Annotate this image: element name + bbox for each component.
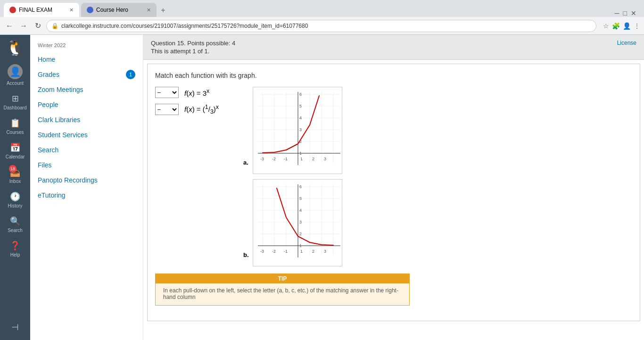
function-list: – a b f(x) = 3x – a b (155, 87, 219, 121)
svg-text:-3: -3 (260, 249, 264, 254)
term-label: Winter 2022 (30, 41, 143, 52)
calendar-icon: 📅 (10, 142, 20, 153)
forward-button[interactable]: → (18, 20, 29, 32)
svg-text:3: 3 (299, 127, 302, 132)
back-button[interactable]: ← (4, 20, 15, 32)
svg-text:1: 1 (300, 157, 303, 161)
canvas-logo: 🐧 (6, 39, 25, 57)
svg-text:3: 3 (299, 220, 302, 224)
nav-panopto[interactable]: Panopto Recordings (30, 173, 143, 188)
svg-text:1: 1 (299, 243, 302, 248)
svg-text:1: 1 (299, 151, 302, 156)
dashboard-label: Dashboard (4, 105, 27, 110)
grades-badge: 1 (126, 70, 135, 79)
match-area: – a b f(x) = 3x – a b (155, 87, 632, 268)
inbox-badge: 18 (9, 165, 17, 173)
svg-text:-2: -2 (272, 157, 276, 161)
svg-text:2: 2 (312, 249, 314, 254)
tab-icon-course-hero (87, 7, 93, 13)
graph-a-label: a. (243, 159, 248, 166)
tab-close-final-exam[interactable]: ✕ (69, 7, 74, 13)
browser-chrome: FINAL EXAM ✕ Course Hero ✕ + ─ □ ✕ ← → ↻… (0, 0, 644, 35)
svg-text:4: 4 (299, 208, 302, 213)
calendar-label: Calendar (6, 154, 25, 159)
nav-files[interactable]: Files (30, 158, 143, 173)
nav-home[interactable]: Home (30, 52, 143, 67)
avatar: 👤 (8, 64, 23, 79)
browser-minimize[interactable]: ─ (615, 9, 619, 17)
browser-maximize[interactable]: □ (623, 9, 627, 17)
course-nav-sidebar: Winter 2022 Home Grades 1 Zoom Meetings … (30, 35, 143, 340)
sidebar-item-help[interactable]: ❓ Help (0, 237, 30, 261)
nav-etutoring[interactable]: eTutoring (30, 188, 143, 203)
sidebar-item-history[interactable]: 🕐 History (0, 188, 30, 212)
question-body: Match each function with its graph. – a … (147, 64, 640, 321)
bookmark-icon[interactable]: ☆ (603, 22, 609, 30)
question-title: Question 15. Points possible: 4 (151, 40, 235, 47)
url-text: clarkcollege.instructure.com/courses/219… (61, 23, 308, 29)
tip-header: TIP (156, 274, 409, 283)
reload-button[interactable]: ↻ (32, 20, 43, 32)
tab-add-button[interactable]: + (157, 4, 170, 17)
nav-grades[interactable]: Grades 1 (30, 67, 143, 82)
nav-clark-libraries[interactable]: Clark Libraries (30, 112, 143, 127)
address-bar[interactable]: 🔒 clarkcollege.instructure.com/courses/2… (46, 20, 596, 32)
content-area: Question 15. Points possible: 4 This is … (143, 35, 644, 340)
sidebar-item-search[interactable]: 🔍 Search (0, 212, 30, 237)
tab-final-exam[interactable]: FINAL EXAM ✕ (4, 3, 79, 17)
match-prompt: Match each function with its graph. (155, 72, 632, 79)
search-icon: 🔍 (10, 216, 20, 226)
svg-text:-2: -2 (272, 249, 276, 254)
lock-icon: 🔒 (51, 23, 58, 29)
dropdown-f1[interactable]: – a b (155, 87, 179, 98)
profile-icon[interactable]: 👤 (623, 22, 631, 30)
nav-zoom[interactable]: Zoom Meetings (30, 82, 143, 97)
penguin-icon: 🐧 (6, 39, 25, 56)
sidebar-item-account[interactable]: 👤 Account (0, 60, 30, 90)
sidebar-collapse-button[interactable]: ⊣ (0, 318, 30, 336)
sidebar-item-courses[interactable]: 📋 Courses (0, 114, 30, 139)
svg-text:-3: -3 (260, 157, 264, 161)
tip-text: In each pull-down on the left, select th… (163, 287, 402, 300)
sidebar-item-inbox[interactable]: 📥 18 Inbox (0, 163, 30, 188)
collapse-icon: ⊣ (11, 322, 19, 332)
question-header: Question 15. Points possible: 4 This is … (143, 35, 644, 60)
browser-close[interactable]: ✕ (631, 9, 636, 17)
menu-icon[interactable]: ⋮ (634, 22, 640, 30)
graph-b-label: b. (243, 251, 249, 258)
svg-text:6: 6 (299, 184, 302, 189)
inbox-label: Inbox (9, 179, 21, 184)
tab-label-final-exam: FINAL EXAM (19, 7, 52, 13)
svg-text:5: 5 (299, 196, 302, 201)
license-link[interactable]: License (617, 40, 636, 46)
svg-text:-1: -1 (284, 249, 288, 254)
match-row-1: – a b f(x) = 3x (155, 87, 219, 98)
graph-a: -3 -2 -1 1 2 3 1 2 3 4 5 6 (253, 87, 342, 174)
question-header-left: Question 15. Points possible: 4 This is … (151, 40, 235, 55)
help-label: Help (10, 252, 20, 257)
tip-box: TIP In each pull-down on the left, selec… (155, 274, 410, 306)
graphs-column: a. (253, 87, 342, 268)
grades-label: Grades (38, 71, 59, 78)
nav-student-services[interactable]: Student Services (30, 127, 143, 142)
dashboard-icon: ⊞ (12, 93, 19, 104)
nav-search[interactable]: Search (30, 142, 143, 158)
tab-close-course-hero[interactable]: ✕ (147, 7, 151, 13)
sidebar-item-calendar[interactable]: 📅 Calendar (0, 139, 30, 163)
svg-text:4: 4 (299, 116, 302, 120)
history-label: History (8, 203, 22, 208)
courses-icon: 📋 (10, 118, 20, 128)
dropdown-f2[interactable]: – a b (155, 104, 179, 115)
sidebar-item-dashboard[interactable]: ⊞ Dashboard (0, 90, 30, 114)
address-bar-row: ← → ↻ 🔒 clarkcollege.instructure.com/cou… (0, 17, 644, 35)
extension-icon[interactable]: 🧩 (612, 22, 620, 30)
svg-text:2: 2 (299, 232, 302, 236)
svg-text:-1: -1 (284, 157, 288, 161)
account-label: Account (7, 81, 24, 86)
function-1-formula: f(x) = 3x (184, 88, 209, 97)
nav-people[interactable]: People (30, 97, 143, 112)
tab-course-hero[interactable]: Course Hero ✕ (81, 3, 157, 17)
svg-text:5: 5 (299, 104, 302, 108)
help-icon: ❓ (10, 240, 20, 251)
tab-label-course-hero: Course Hero (96, 7, 128, 13)
